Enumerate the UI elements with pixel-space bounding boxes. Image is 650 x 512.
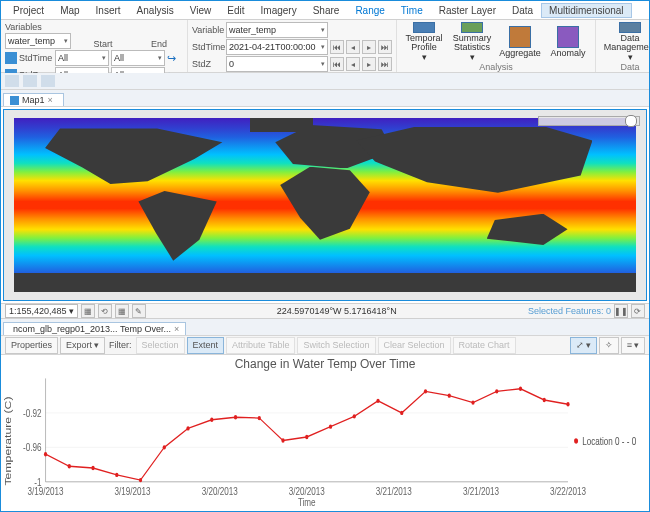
svg-point-30 — [400, 411, 403, 415]
menu-raster-layer[interactable]: Raster Layer — [431, 3, 504, 18]
svg-point-16 — [68, 464, 71, 468]
qat-btn-3[interactable] — [41, 75, 55, 87]
time-slider[interactable] — [538, 116, 640, 126]
data-management-button[interactable]: Data Management▾ — [600, 22, 650, 62]
stdz2-label: StdZ — [192, 59, 224, 69]
svg-point-37 — [566, 402, 569, 406]
selection-filter-button[interactable]: Selection — [136, 337, 185, 354]
menu-insert[interactable]: Insert — [88, 3, 129, 18]
prev-button[interactable]: ◂ — [346, 40, 360, 54]
slider-handle[interactable] — [625, 115, 637, 127]
extent-filter-button[interactable]: Extent — [187, 337, 225, 354]
first2-button[interactable]: ⏮ — [330, 57, 344, 71]
chart-tab-strip: ncom_glb_regp01_2013... Temp Over...× — [1, 319, 649, 336]
stdtime-end-select[interactable]: All▾ — [111, 50, 165, 66]
close-icon[interactable]: × — [174, 324, 179, 334]
menu-multidimensional[interactable]: Multidimensional — [541, 3, 631, 18]
next2-button[interactable]: ▸ — [362, 57, 376, 71]
first-button[interactable]: ⏮ — [330, 40, 344, 54]
svg-text:3/20/2013: 3/20/2013 — [202, 485, 238, 497]
stdtime-start-select[interactable]: All▾ — [55, 50, 109, 66]
qat-btn-1[interactable] — [5, 75, 19, 87]
export-button[interactable]: Export▾ — [60, 337, 105, 354]
svg-point-19 — [139, 478, 142, 482]
svg-text:-0.92: -0.92 — [23, 407, 41, 419]
svg-point-40 — [574, 438, 578, 443]
svg-point-18 — [115, 473, 118, 477]
svg-point-29 — [376, 399, 379, 403]
variable2-select[interactable]: water_temp▾ — [226, 22, 328, 38]
database-icon — [619, 22, 641, 33]
menu-view[interactable]: View — [182, 3, 220, 18]
status-btn-4[interactable]: ✎ — [132, 304, 146, 318]
stdtime-label: StdTime — [19, 53, 53, 63]
chart-tab[interactable]: ncom_glb_regp01_2013... Temp Over...× — [3, 322, 186, 335]
svg-text:3/22/2013: 3/22/2013 — [550, 485, 586, 497]
svg-point-27 — [329, 424, 332, 428]
svg-text:Location 0 - - 0: Location 0 - - 0 — [582, 435, 636, 447]
menu-share[interactable]: Share — [305, 3, 348, 18]
variable-select[interactable]: water_temp▾ — [5, 33, 71, 49]
svg-text:-0.96: -0.96 — [23, 441, 41, 453]
svg-point-31 — [424, 389, 427, 393]
switch-selection-button[interactable]: Switch Selection — [297, 337, 375, 354]
svg-point-20 — [163, 445, 166, 449]
status-btn-2[interactable]: ⟲ — [98, 304, 112, 318]
menu-imagery[interactable]: Imagery — [253, 3, 305, 18]
properties-button[interactable]: Properties — [5, 337, 58, 354]
svg-text:3/19/2013: 3/19/2013 — [115, 485, 151, 497]
menu-edit[interactable]: Edit — [219, 3, 252, 18]
svg-point-15 — [44, 452, 47, 456]
menu-analysis[interactable]: Analysis — [129, 3, 182, 18]
zoom-full-button[interactable]: ✧ — [599, 337, 619, 354]
stdtime2-label: StdTime — [192, 42, 224, 52]
last2-button[interactable]: ⏭ — [378, 57, 392, 71]
menu-range[interactable]: Range — [347, 3, 392, 18]
menu-button[interactable]: ≡▾ — [621, 337, 645, 354]
qat-btn-2[interactable] — [23, 75, 37, 87]
anomaly-button[interactable]: Anomaly — [545, 22, 591, 62]
selected-features: Selected Features: 0 — [528, 306, 611, 316]
clear-selection-button[interactable]: Clear Selection — [378, 337, 451, 354]
svg-point-17 — [91, 466, 94, 470]
menu-time[interactable]: Time — [393, 3, 431, 18]
zoom-tool-button[interactable]: ⤢▾ — [570, 337, 597, 354]
svg-point-24 — [258, 416, 261, 420]
end-col-label: End — [135, 39, 183, 49]
svg-point-34 — [495, 389, 498, 393]
rotate-chart-button[interactable]: Rotate Chart — [453, 337, 516, 354]
menu-map[interactable]: Map — [52, 3, 87, 18]
summary-stats-button[interactable]: Summary Statistics▾ — [449, 22, 495, 62]
map-tab[interactable]: Map1× — [3, 93, 64, 106]
svg-point-25 — [281, 438, 284, 442]
stdtime-icon — [5, 52, 17, 64]
chart-icon — [413, 22, 435, 33]
stdz2-select[interactable]: 0▾ — [226, 56, 328, 72]
chart-toolbar: Properties Export▾ Filter: Selection Ext… — [1, 336, 649, 355]
svg-point-36 — [543, 398, 546, 402]
stdtime2-select[interactable]: 2021-04-21T00:00:00▾ — [226, 39, 328, 55]
link-icon[interactable]: ↪ — [167, 52, 176, 65]
aggregate-button[interactable]: Aggregate — [497, 22, 543, 62]
map-view[interactable] — [3, 109, 647, 301]
temporal-profile-button[interactable]: Temporal Profile▾ — [401, 22, 447, 62]
svg-point-23 — [234, 415, 237, 419]
next-button[interactable]: ▸ — [362, 40, 376, 54]
menu-project[interactable]: Project — [5, 3, 52, 18]
pause-button[interactable]: ❚❚ — [614, 304, 628, 318]
status-btn-1[interactable]: ▦ — [81, 304, 95, 318]
group-analysis-label: Analysis — [401, 62, 591, 72]
variables-label: Variables — [5, 22, 71, 32]
prev2-button[interactable]: ◂ — [346, 57, 360, 71]
menu-bar: ProjectMapInsertAnalysisViewEditImageryS… — [1, 1, 649, 20]
refresh-button[interactable]: ⟳ — [631, 304, 645, 318]
menu-data[interactable]: Data — [504, 3, 541, 18]
map-canvas[interactable] — [14, 118, 636, 292]
quick-access-toolbar — [1, 73, 649, 90]
chart-canvas[interactable]: -0.92-0.96-13/19/20133/19/20133/20/20133… — [1, 373, 649, 509]
attribute-table-button[interactable]: Attribute Table — [226, 337, 295, 354]
status-btn-3[interactable]: ▦ — [115, 304, 129, 318]
last-button[interactable]: ⏭ — [378, 40, 392, 54]
close-icon[interactable]: × — [48, 95, 53, 105]
scale-select[interactable]: 1:155,420,485▾ — [5, 304, 78, 318]
